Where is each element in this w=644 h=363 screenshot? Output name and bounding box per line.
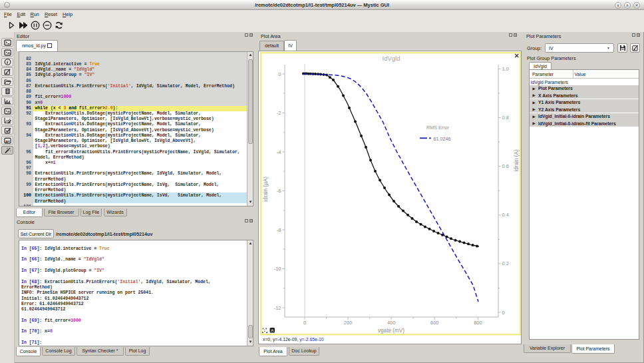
svg-text:1.0: 1.0 xyxy=(502,66,509,72)
svg-text:0: 0 xyxy=(303,320,306,326)
svg-text:idrain (µA): idrain (µA) xyxy=(263,177,269,202)
svg-text:RMS Error: RMS Error xyxy=(426,125,450,131)
svg-text:vgate (mV): vgate (mV) xyxy=(378,328,404,334)
svg-text:-6: -6 xyxy=(277,188,281,194)
svg-text:0.4: 0.4 xyxy=(502,212,509,218)
svg-text:-2: -2 xyxy=(277,110,281,116)
svg-text:idrain (A): idrain (A) xyxy=(514,149,520,171)
svg-text:-10: -10 xyxy=(274,266,281,272)
svg-text:600: 600 xyxy=(430,320,439,326)
svg-text:800: 800 xyxy=(474,320,482,326)
svg-text:IdVgld: IdVgld xyxy=(383,55,401,62)
svg-text:-8: -8 xyxy=(277,227,281,233)
svg-text:0: 0 xyxy=(278,71,281,77)
svg-text:0.8: 0.8 xyxy=(502,115,509,121)
svg-text:0.2: 0.2 xyxy=(502,260,509,266)
svg-text:-12: -12 xyxy=(274,305,281,311)
svg-text:A: A xyxy=(271,328,273,332)
svg-text:a=: a= xyxy=(5,139,10,143)
svg-text:61.0246: 61.0246 xyxy=(434,136,451,142)
svg-text:-4: -4 xyxy=(277,149,281,155)
svg-text:200: 200 xyxy=(344,320,353,326)
svg-text:400: 400 xyxy=(387,320,396,326)
svg-text:0.6: 0.6 xyxy=(502,163,509,169)
svg-text:0: 0 xyxy=(502,310,505,316)
